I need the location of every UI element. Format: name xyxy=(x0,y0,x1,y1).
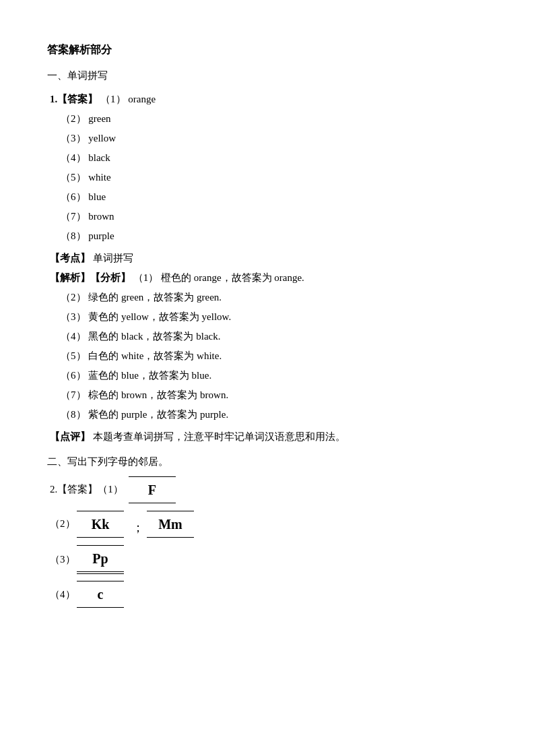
q2-letter-box-F: F xyxy=(129,476,176,503)
jiexi-item5-num: （6） xyxy=(61,370,86,381)
letter-char-c: c xyxy=(77,581,124,607)
jiexi-item7-num: （8） xyxy=(61,409,86,420)
letter-mid-line-Pp xyxy=(77,571,124,572)
letter-bottom-line-c xyxy=(77,607,124,608)
jiexi-item3-num: （4） xyxy=(61,331,86,342)
q1-item4-word: white xyxy=(88,172,110,183)
main-title: 答案解析部分 xyxy=(47,40,487,60)
q2-answer-label-text: 2.【答案】 xyxy=(50,484,98,495)
q2-letter-box-Mm: Mm xyxy=(147,511,194,538)
jiexi-item6-num: （7） xyxy=(61,389,86,400)
jiexi-item6-text: 棕色的 brown，故答案为 brown. xyxy=(88,389,228,400)
jiexi-item5-text: 蓝色的 blue，故答案为 blue. xyxy=(88,370,211,381)
jiexi-item1-num: （2） xyxy=(61,292,86,303)
q1-answer-block: 1.【答案】 （1） orange （2） green （3） yellow （… xyxy=(47,90,487,245)
jiexi-row-4: （5） 白色的 white，故答案为 white. xyxy=(47,347,487,365)
jiexi-item3-text: 黑色的 black，故答案为 black. xyxy=(88,331,220,342)
q1-item2-num: （3） xyxy=(61,133,86,144)
q2-answer-block: 2.【答案】 （1） F （2） Kk ； Mm （3） Pp xyxy=(47,476,487,608)
jiexi-row-3: （4） 黑色的 black，故答案为 black. xyxy=(47,327,487,346)
letter-bottom-line-Pp xyxy=(77,573,124,574)
q1-item7-num: （8） xyxy=(61,230,86,241)
q1-answer-item-7: （8） purple xyxy=(47,227,487,245)
letter-char-Kk: Kk xyxy=(77,511,124,537)
q1-answer-item-5: （6） blue xyxy=(47,188,487,206)
jiexi-item4-text: 白色的 white，故答案为 white. xyxy=(88,350,222,361)
q2-answer-label: 2.【答案】 xyxy=(50,480,98,499)
jiexi-row-1: （2） 绿色的 green，故答案为 green. xyxy=(47,288,487,307)
q1-answer-item-4: （5） white xyxy=(47,168,487,187)
q1-answer-item-0-num: （1） xyxy=(100,94,126,104)
part2-title: 二、写出下列字母的邻居。 xyxy=(47,453,487,471)
q1-answer-label-row: 1.【答案】 （1） orange xyxy=(47,90,487,108)
letter-bottom-line-Mm xyxy=(147,537,194,538)
q2-letter-box-Kk: Kk xyxy=(77,511,124,538)
q1-item3-num: （4） xyxy=(61,152,86,163)
letter-char-Pp: Pp xyxy=(77,546,124,571)
q1-answer-item-3: （4） black xyxy=(47,149,487,167)
jiexi-item2-num: （3） xyxy=(61,311,86,322)
q1-item6-num: （7） xyxy=(61,211,86,222)
q1-item2-word: yellow xyxy=(88,133,116,144)
q1-item5-num: （6） xyxy=(61,191,86,202)
q2-letter-box-c: c xyxy=(77,581,124,608)
q1-answer-item-6: （7） brown xyxy=(47,208,487,226)
q1-answer-item-0-word: orange xyxy=(128,94,156,104)
q2-item-2-row: （2） Kk ； Mm xyxy=(47,510,487,538)
part1-title: 一、单词拼写 xyxy=(47,67,487,85)
jiexi-item4-num: （5） xyxy=(61,350,86,361)
kaodian-label: 【考点】 xyxy=(50,253,90,263)
q1-answer-item-1: （2） green xyxy=(47,110,487,128)
jiexi-row-6: （7） 棕色的 brown，故答案为 brown. xyxy=(47,386,487,404)
q2-letter-box-Pp: Pp xyxy=(77,545,124,574)
q1-answer-item-2: （3） yellow xyxy=(47,129,487,148)
q1-item7-word: purple xyxy=(88,230,114,241)
letter-char-Mm: Mm xyxy=(147,511,194,537)
letter-bottom-line-Kk xyxy=(77,537,124,538)
jiexi-row-5: （6） 蓝色的 blue，故答案为 blue. xyxy=(47,367,487,385)
semicolon-separator: ； xyxy=(132,517,144,538)
q2-item-4-row: （4） c xyxy=(47,581,487,608)
dianjian-label: 【点评】 xyxy=(50,431,90,442)
jiexi-item7-text: 紫色的 purple，故答案为 purple. xyxy=(88,409,228,420)
jiexi-row-0: 【解析】【分析】 （1） 橙色的 orange，故答案为 orange. xyxy=(47,269,487,287)
jiexi-label: 【解析】【分析】 xyxy=(50,272,131,283)
letter-char-F: F xyxy=(129,477,176,503)
q2-item1-num: （1） xyxy=(98,480,123,499)
kaodian-row: 【考点】 单词拼写 xyxy=(47,249,487,267)
dianjian-row: 【点评】 本题考查单词拼写，注意平时牢记单词汉语意思和用法。 xyxy=(47,428,487,446)
kaodian-text: 单词拼写 xyxy=(93,253,133,263)
jiexi-item1-text: 绿色的 green，故答案为 green. xyxy=(88,292,222,303)
jiexi-row-2: （3） 黄色的 yellow，故答案为 yellow. xyxy=(47,308,487,326)
q1-item4-num: （5） xyxy=(61,172,86,183)
q1-item1-word: green xyxy=(88,113,110,124)
jiexi-row-7: （8） 紫色的 purple，故答案为 purple. xyxy=(47,406,487,424)
q2-item-1-row: 2.【答案】 （1） F xyxy=(47,476,487,503)
q1-answer-label: 1.【答案】 xyxy=(50,94,98,104)
letter-bottom-line-F xyxy=(129,503,176,503)
q2-item2-num: （2） xyxy=(50,515,77,533)
q2-item-3-row: （3） Pp xyxy=(47,545,487,574)
q1-item5-word: blue xyxy=(88,191,106,202)
q2-item4-num: （4） xyxy=(50,586,77,604)
jiexi-item2-text: 黄色的 yellow，故答案为 yellow. xyxy=(88,311,231,322)
dianjian-text: 本题考查单词拼写，注意平时牢记单词汉语意思和用法。 xyxy=(93,431,345,442)
q1-item6-word: brown xyxy=(88,211,114,222)
q1-item3-word: black xyxy=(88,152,110,163)
q2-item3-num: （3） xyxy=(50,550,77,569)
q1-item1-num: （2） xyxy=(61,113,86,124)
jiexi-item0-num: （1） xyxy=(133,272,159,283)
jiexi-item0-text: 橙色的 orange，故答案为 orange. xyxy=(161,272,304,283)
